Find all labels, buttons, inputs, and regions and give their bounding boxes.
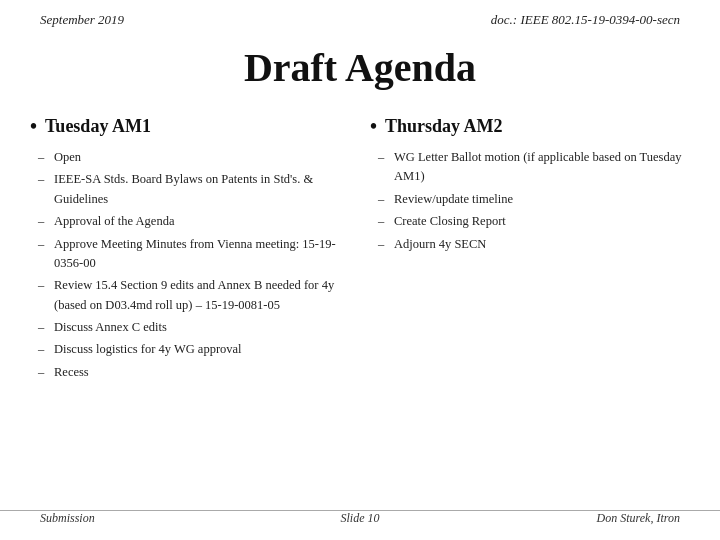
list-item: Adjourn 4y SECN	[370, 235, 690, 254]
footer-right: Don Sturek, Itron	[597, 511, 680, 526]
footer-center: Slide 10	[341, 511, 380, 526]
right-bullet: •	[370, 115, 377, 138]
left-column-header: • Tuesday AM1	[30, 115, 350, 138]
list-item: Create Closing Report	[370, 212, 690, 231]
list-item: Discuss Annex C edits	[30, 318, 350, 337]
list-item: IEEE-SA Stds. Board Bylaws on Patents in…	[30, 170, 350, 209]
list-item: Discuss logistics for 4y WG approval	[30, 340, 350, 359]
left-column-title: Tuesday AM1	[45, 116, 151, 137]
left-bullet: •	[30, 115, 37, 138]
list-item: Recess	[30, 363, 350, 382]
page-title: Draft Agenda	[0, 44, 720, 91]
list-item: Review 15.4 Section 9 edits and Annex B …	[30, 276, 350, 315]
list-item: Open	[30, 148, 350, 167]
right-column: • Thursday AM2 WG Letter Ballot motion (…	[370, 115, 690, 385]
list-item: Approve Meeting Minutes from Vienna meet…	[30, 235, 350, 274]
list-item: Approval of the Agenda	[30, 212, 350, 231]
list-item: Review/update timeline	[370, 190, 690, 209]
left-column: • Tuesday AM1 OpenIEEE-SA Stds. Board By…	[30, 115, 350, 385]
right-column-title: Thursday AM2	[385, 116, 503, 137]
right-item-list: WG Letter Ballot motion (if applicable b…	[370, 148, 690, 254]
right-column-header: • Thursday AM2	[370, 115, 690, 138]
header-date: September 2019	[40, 12, 124, 28]
header-doc-id: doc.: IEEE 802.15-19-0394-00-secn	[491, 12, 680, 28]
left-item-list: OpenIEEE-SA Stds. Board Bylaws on Patent…	[30, 148, 350, 382]
content-area: • Tuesday AM1 OpenIEEE-SA Stds. Board By…	[0, 115, 720, 385]
footer-left: Submission	[40, 511, 95, 526]
list-item: WG Letter Ballot motion (if applicable b…	[370, 148, 690, 187]
